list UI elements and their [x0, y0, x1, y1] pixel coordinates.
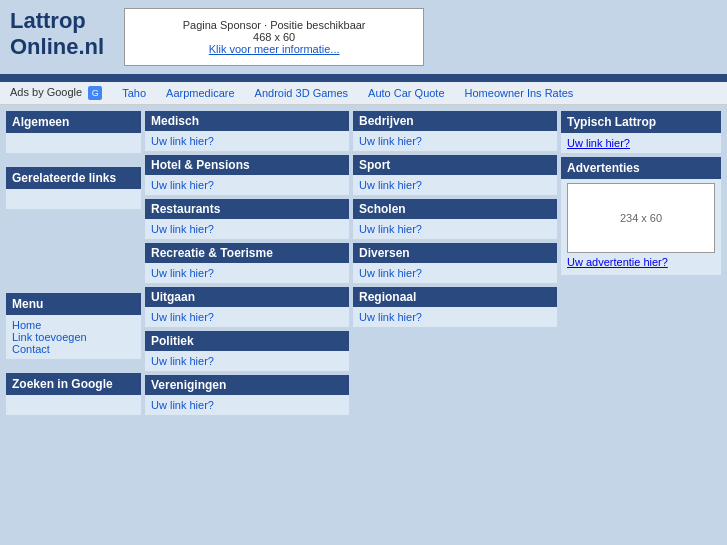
cat-link-scholen[interactable]: Uw link hier?	[359, 223, 422, 235]
ads-link-autocar[interactable]: Auto Car Quote	[368, 87, 444, 99]
cat-header-uitgaan: Uitgaan	[145, 287, 349, 307]
cat-row-3: Restaurants Uw link hier? Scholen Uw lin…	[145, 199, 557, 239]
cat-row-4: Recreatie & Toerisme Uw link hier? Diver…	[145, 243, 557, 283]
sidebar-section-algemeen: Algemeen	[6, 111, 141, 153]
sponsor-box: Pagina Sponsor · Positie beschikbaar 468…	[124, 8, 424, 66]
right-section-advertenties: Advertenties 234 x 60 Uw advertentie hie…	[561, 157, 721, 275]
cat-link-bedrijven[interactable]: Uw link hier?	[359, 135, 422, 147]
sponsor-line2: 468 x 60	[145, 31, 403, 43]
navbar	[0, 74, 727, 82]
cat-body-recreatie: Uw link hier?	[145, 263, 349, 283]
menu-link-contact[interactable]: Contact	[12, 343, 50, 355]
right-body-typisch: Uw link hier?	[561, 133, 721, 153]
sidebar-header-algemeen: Algemeen	[6, 111, 141, 133]
sidebar-header-menu: Menu	[6, 293, 141, 315]
cat-header-scholen: Scholen	[353, 199, 557, 219]
menu-link-add[interactable]: Link toevoegen	[12, 331, 87, 343]
sponsor-link[interactable]: Klik voor meer informatie...	[209, 43, 340, 55]
menu-link-home[interactable]: Home	[12, 319, 41, 331]
right-header-advertenties: Advertenties	[561, 157, 721, 179]
main: Algemeen Gerelateerde links Menu Home Li…	[0, 105, 727, 421]
cat-politiek: Politiek Uw link hier?	[145, 331, 349, 371]
right-body-advertenties: 234 x 60 Uw advertentie hier?	[561, 179, 721, 275]
cat-header-bedrijven: Bedrijven	[353, 111, 557, 131]
cat-uitgaan: Uitgaan Uw link hier?	[145, 287, 349, 327]
cat-link-sport[interactable]: Uw link hier?	[359, 179, 422, 191]
cat-body-uitgaan: Uw link hier?	[145, 307, 349, 327]
right-section-typisch: Typisch Lattrop Uw link hier?	[561, 111, 721, 153]
cat-body-regionaal: Uw link hier?	[353, 307, 557, 327]
cat-link-regionaal[interactable]: Uw link hier?	[359, 311, 422, 323]
sidebar-body-menu: Home Link toevoegen Contact	[6, 315, 141, 359]
cat-regionaal: Regionaal Uw link hier?	[353, 287, 557, 327]
cat-medisch: Medisch Uw link hier?	[145, 111, 349, 151]
ads-link-aarpmedicare[interactable]: Aarpmedicare	[166, 87, 234, 99]
cat-body-politiek: Uw link hier?	[145, 351, 349, 371]
cat-link-uitgaan[interactable]: Uw link hier?	[151, 311, 214, 323]
google-icon: G	[88, 86, 102, 100]
cat-scholen: Scholen Uw link hier?	[353, 199, 557, 239]
center-content: Medisch Uw link hier? Bedrijven Uw link …	[141, 111, 561, 415]
ads-link-android[interactable]: Android 3D Games	[255, 87, 349, 99]
right-link-typisch[interactable]: Uw link hier?	[567, 137, 630, 149]
cat-header-regionaal: Regionaal	[353, 287, 557, 307]
cat-header-verenigingen: Verenigingen	[145, 375, 349, 395]
sidebar-section-menu: Menu Home Link toevoegen Contact	[6, 293, 141, 359]
cat-body-hotel: Uw link hier?	[145, 175, 349, 195]
sidebar-header-gerelateerde: Gerelateerde links	[6, 167, 141, 189]
right-header-typisch: Typisch Lattrop	[561, 111, 721, 133]
cat-row-5: Uitgaan Uw link hier? Regionaal Uw link …	[145, 287, 557, 327]
left-sidebar: Algemeen Gerelateerde links Menu Home Li…	[6, 111, 141, 415]
logo: Lattrop Online.nl	[10, 8, 104, 61]
ad-link[interactable]: Uw advertentie hier?	[567, 256, 668, 268]
cat-header-sport: Sport	[353, 155, 557, 175]
cat-body-verenigingen: Uw link hier?	[145, 395, 349, 415]
cat-verenigingen: Verenigingen Uw link hier?	[145, 375, 349, 415]
sidebar-body-google	[6, 395, 141, 415]
cat-body-scholen: Uw link hier?	[353, 219, 557, 239]
ads-link-homeowner[interactable]: Homeowner Ins Rates	[465, 87, 574, 99]
ads-link-taho[interactable]: Taho	[122, 87, 146, 99]
cat-sport: Sport Uw link hier?	[353, 155, 557, 195]
cat-header-politiek: Politiek	[145, 331, 349, 351]
cat-header-hotel: Hotel & Pensions	[145, 155, 349, 175]
cat-row-7: Verenigingen Uw link hier?	[145, 375, 557, 415]
cat-link-verenigingen[interactable]: Uw link hier?	[151, 399, 214, 411]
header: Lattrop Online.nl Pagina Sponsor · Posit…	[0, 0, 727, 74]
cat-link-restaurants[interactable]: Uw link hier?	[151, 223, 214, 235]
ad-box: 234 x 60	[567, 183, 715, 253]
cat-header-diversen: Diversen	[353, 243, 557, 263]
cat-body-bedrijven: Uw link hier?	[353, 131, 557, 151]
cat-row-2: Hotel & Pensions Uw link hier? Sport Uw …	[145, 155, 557, 195]
right-sidebar: Typisch Lattrop Uw link hier? Advertenti…	[561, 111, 721, 415]
cat-header-medisch: Medisch	[145, 111, 349, 131]
cat-link-hotel[interactable]: Uw link hier?	[151, 179, 214, 191]
cat-header-recreatie: Recreatie & Toerisme	[145, 243, 349, 263]
cat-row-1: Medisch Uw link hier? Bedrijven Uw link …	[145, 111, 557, 151]
ads-label: Ads by Google G	[10, 86, 102, 100]
ads-bar: Ads by Google G Taho Aarpmedicare Androi…	[0, 82, 727, 105]
cat-link-diversen[interactable]: Uw link hier?	[359, 267, 422, 279]
cat-body-restaurants: Uw link hier?	[145, 219, 349, 239]
cat-recreatie: Recreatie & Toerisme Uw link hier?	[145, 243, 349, 283]
cat-restaurants: Restaurants Uw link hier?	[145, 199, 349, 239]
sponsor-line1: Pagina Sponsor · Positie beschikbaar	[145, 19, 403, 31]
cat-hotel: Hotel & Pensions Uw link hier?	[145, 155, 349, 195]
ad-size: 234 x 60	[620, 212, 662, 224]
sidebar-section-gerelateerde: Gerelateerde links	[6, 167, 141, 209]
logo-line2: Online.nl	[10, 34, 104, 60]
sidebar-header-google: Zoeken in Google	[6, 373, 141, 395]
cat-body-diversen: Uw link hier?	[353, 263, 557, 283]
cat-link-medisch[interactable]: Uw link hier?	[151, 135, 214, 147]
cat-body-sport: Uw link hier?	[353, 175, 557, 195]
cat-link-recreatie[interactable]: Uw link hier?	[151, 267, 214, 279]
cat-diversen: Diversen Uw link hier?	[353, 243, 557, 283]
sidebar-body-gerelateerde	[6, 189, 141, 209]
cat-body-medisch: Uw link hier?	[145, 131, 349, 151]
sidebar-body-algemeen	[6, 133, 141, 153]
cat-row-6: Politiek Uw link hier?	[145, 331, 557, 371]
logo-line1: Lattrop	[10, 8, 104, 34]
cat-bedrijven: Bedrijven Uw link hier?	[353, 111, 557, 151]
cat-header-restaurants: Restaurants	[145, 199, 349, 219]
cat-link-politiek[interactable]: Uw link hier?	[151, 355, 214, 367]
